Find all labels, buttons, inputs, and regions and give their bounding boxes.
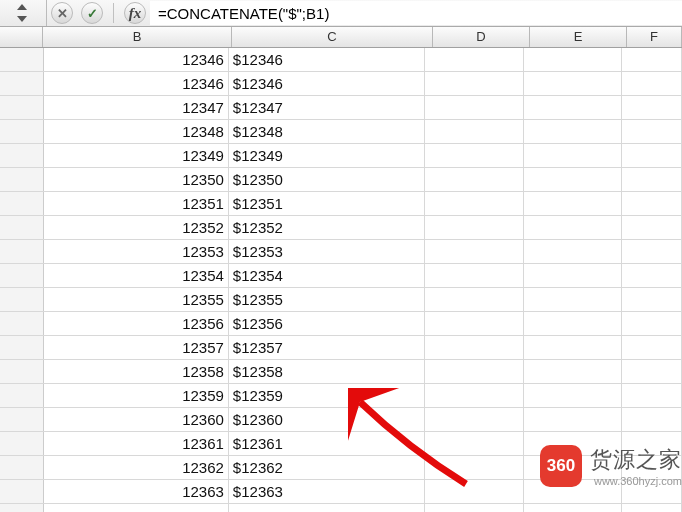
cell-B[interactable]: 12346 <box>44 48 229 71</box>
cell-E[interactable] <box>524 408 623 431</box>
cell-E[interactable] <box>524 120 623 143</box>
cell-C[interactable]: $12346 <box>229 72 425 95</box>
cell-E[interactable] <box>524 144 623 167</box>
cell-C[interactable]: $12351 <box>229 192 425 215</box>
cell-B[interactable]: 12359 <box>44 384 229 407</box>
cell-D[interactable] <box>425 264 524 287</box>
cell-E[interactable] <box>524 504 623 512</box>
cell-F[interactable] <box>622 120 682 143</box>
cell-E[interactable] <box>524 312 623 335</box>
row-header[interactable] <box>0 336 44 359</box>
cell-C[interactable]: $12360 <box>229 408 425 431</box>
row-header[interactable] <box>0 48 44 71</box>
cell-D[interactable] <box>425 312 524 335</box>
cell-C[interactable]: $12359 <box>229 384 425 407</box>
cell-D[interactable] <box>425 120 524 143</box>
row-header[interactable] <box>0 216 44 239</box>
cell-F[interactable] <box>622 144 682 167</box>
cell-B[interactable]: 12360 <box>44 408 229 431</box>
cell-F[interactable] <box>622 240 682 263</box>
cell-E[interactable] <box>524 360 623 383</box>
cell-F[interactable] <box>622 216 682 239</box>
row-header[interactable] <box>0 480 44 503</box>
cell-C[interactable]: $12356 <box>229 312 425 335</box>
cell-D[interactable] <box>425 432 524 455</box>
cell-F[interactable] <box>622 168 682 191</box>
formula-input[interactable] <box>150 1 682 25</box>
row-header[interactable] <box>0 312 44 335</box>
cell-F[interactable] <box>622 312 682 335</box>
column-header-B[interactable]: B <box>43 27 232 47</box>
cell-D[interactable] <box>425 480 524 503</box>
select-all-corner[interactable] <box>0 27 43 47</box>
cell-C[interactable]: $12349 <box>229 144 425 167</box>
cell-D[interactable] <box>425 168 524 191</box>
cell-F[interactable] <box>622 504 682 512</box>
cell-D[interactable] <box>425 336 524 359</box>
cell-B[interactable]: 12350 <box>44 168 229 191</box>
row-header[interactable] <box>0 432 44 455</box>
accept-button[interactable]: ✓ <box>81 2 103 24</box>
cell-C[interactable]: $12361 <box>229 432 425 455</box>
row-header[interactable] <box>0 264 44 287</box>
row-header[interactable] <box>0 288 44 311</box>
cell-D[interactable] <box>425 216 524 239</box>
cell-C[interactable]: $12348 <box>229 120 425 143</box>
cell-C[interactable]: $12355 <box>229 288 425 311</box>
cell-E[interactable] <box>524 264 623 287</box>
cell-B[interactable]: 12348 <box>44 120 229 143</box>
cell-B[interactable] <box>44 504 229 512</box>
row-header[interactable] <box>0 456 44 479</box>
cell-D[interactable] <box>425 504 524 512</box>
cell-C[interactable]: $12353 <box>229 240 425 263</box>
cell-C[interactable]: $12363 <box>229 480 425 503</box>
cell-D[interactable] <box>425 456 524 479</box>
cell-C[interactable]: $12354 <box>229 264 425 287</box>
cell-D[interactable] <box>425 144 524 167</box>
cell-D[interactable] <box>425 240 524 263</box>
column-header-F[interactable]: F <box>627 27 682 47</box>
column-header-E[interactable]: E <box>530 27 627 47</box>
row-header[interactable] <box>0 504 44 512</box>
cell-B[interactable]: 12355 <box>44 288 229 311</box>
cell-F[interactable] <box>622 408 682 431</box>
row-header[interactable] <box>0 144 44 167</box>
cell-C[interactable]: $12347 <box>229 96 425 119</box>
cell-C[interactable]: $12352 <box>229 216 425 239</box>
cell-B[interactable]: 12346 <box>44 72 229 95</box>
cell-E[interactable] <box>524 48 623 71</box>
cell-E[interactable] <box>524 384 623 407</box>
cell-C[interactable]: $12362 <box>229 456 425 479</box>
cell-B[interactable]: 12356 <box>44 312 229 335</box>
cell-D[interactable] <box>425 192 524 215</box>
cell-E[interactable] <box>524 216 623 239</box>
cell-C[interactable]: $12357 <box>229 336 425 359</box>
spreadsheet-grid[interactable]: 12346$1234612346$1234612347$1234712348$1… <box>0 48 682 512</box>
cell-B[interactable]: 12357 <box>44 336 229 359</box>
cell-F[interactable] <box>622 384 682 407</box>
row-header[interactable] <box>0 240 44 263</box>
cell-E[interactable] <box>524 240 623 263</box>
cell-F[interactable] <box>622 96 682 119</box>
cell-F[interactable] <box>622 48 682 71</box>
cell-D[interactable] <box>425 72 524 95</box>
cell-B[interactable]: 12363 <box>44 480 229 503</box>
cell-B[interactable]: 12351 <box>44 192 229 215</box>
name-box-stepper[interactable] <box>0 0 47 26</box>
cell-F[interactable] <box>622 264 682 287</box>
cell-B[interactable]: 12358 <box>44 360 229 383</box>
cell-F[interactable] <box>622 288 682 311</box>
cell-E[interactable] <box>524 288 623 311</box>
cell-D[interactable] <box>425 384 524 407</box>
cell-D[interactable] <box>425 360 524 383</box>
column-header-C[interactable]: C <box>232 27 433 47</box>
cell-D[interactable] <box>425 96 524 119</box>
row-header[interactable] <box>0 168 44 191</box>
row-header[interactable] <box>0 408 44 431</box>
cell-D[interactable] <box>425 48 524 71</box>
cell-B[interactable]: 12347 <box>44 96 229 119</box>
cell-F[interactable] <box>622 72 682 95</box>
cell-C[interactable] <box>229 504 425 512</box>
row-header[interactable] <box>0 360 44 383</box>
cell-F[interactable] <box>622 192 682 215</box>
